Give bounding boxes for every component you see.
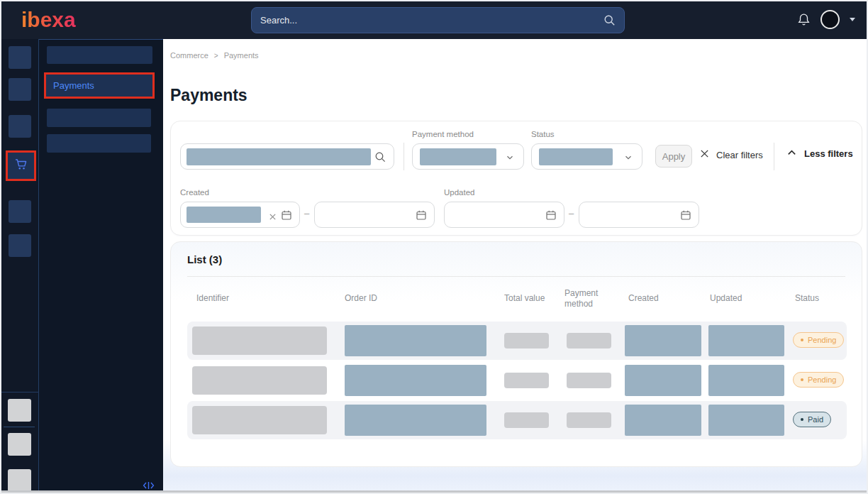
col-payment-method: Payment method — [564, 288, 608, 309]
filter-divider — [774, 143, 774, 170]
col-created: Created — [628, 293, 659, 303]
close-icon — [699, 148, 710, 161]
payments-list-panel: List (3) Identifier Order ID Total value… — [170, 241, 862, 467]
search-icon[interactable] — [603, 14, 616, 26]
global-search[interactable] — [251, 7, 625, 33]
created-from-input[interactable] — [180, 202, 300, 228]
status-select[interactable] — [531, 143, 642, 170]
redacted-created-from-value — [187, 207, 261, 223]
calendar-icon[interactable] — [680, 209, 691, 224]
filter-search-input[interactable] — [180, 143, 394, 170]
rail-item-commerce[interactable] — [6, 150, 36, 181]
rail-bottom-item-2[interactable] — [8, 433, 31, 456]
ibexa-logo[interactable]: ibexa — [21, 8, 76, 32]
redacted-payment-method — [567, 333, 611, 348]
status-label: Status — [531, 130, 555, 138]
rail-item-6[interactable] — [9, 234, 31, 257]
redacted-identifier — [192, 366, 327, 395]
redacted-created — [625, 325, 701, 356]
sidebar-item-payments[interactable]: Payments — [44, 72, 155, 99]
sidebar-item-4[interactable] — [47, 134, 151, 153]
icon-rail — [0, 39, 39, 494]
rail-item-5[interactable] — [9, 200, 31, 223]
breadcrumb-separator: > — [214, 52, 218, 60]
redacted-updated — [708, 325, 784, 356]
range-separator: – — [304, 208, 309, 219]
chevron-up-icon — [786, 148, 797, 159]
search-icon[interactable] — [374, 151, 386, 163]
updated-to-input[interactable] — [579, 202, 699, 228]
list-title: List (3) — [187, 253, 222, 265]
redacted-total-value — [504, 333, 549, 348]
clear-filters-button[interactable]: Clear filters — [699, 148, 763, 161]
redacted-total-value — [504, 373, 549, 388]
apply-button[interactable]: Apply — [655, 145, 692, 168]
calendar-icon[interactable] — [416, 209, 427, 224]
redacted-identifier — [192, 406, 327, 434]
status-label: Paid — [808, 415, 823, 424]
filters-panel: Payment method Status Apply Clear fil — [170, 121, 862, 236]
status-dot-icon — [801, 378, 803, 381]
created-label: Created — [180, 188, 209, 197]
search-input[interactable] — [252, 15, 603, 26]
clear-date-icon[interactable] — [269, 211, 277, 224]
payment-method-label: Payment method — [412, 130, 474, 138]
filter-divider — [404, 143, 404, 170]
payment-method-select[interactable] — [412, 143, 524, 170]
table-header-row: Identifier Order ID Total value Payment … — [171, 286, 862, 313]
redacted-payment-method-value — [420, 148, 496, 165]
table-row[interactable]: Pending — [187, 361, 847, 400]
redacted-created — [625, 365, 701, 396]
sidebar-item-1[interactable] — [47, 46, 152, 64]
horizontal-scrollbar[interactable] — [0, 490, 868, 494]
clear-filters-label: Clear filters — [716, 150, 763, 160]
main-content: Commerce > Payments Payments Payment met… — [163, 39, 868, 494]
user-menu-caret-icon[interactable] — [850, 18, 855, 21]
col-updated: Updated — [710, 293, 742, 303]
status-label: Pending — [808, 336, 836, 344]
status-badge: Paid — [793, 412, 831, 427]
less-filters-toggle[interactable]: Less filters — [786, 148, 853, 159]
calendar-icon[interactable] — [545, 209, 557, 224]
user-avatar[interactable] — [820, 10, 840, 29]
rail-divider-small — [4, 427, 35, 427]
redacted-search-value — [187, 148, 371, 165]
redacted-order-id — [345, 365, 486, 396]
table-row[interactable]: Pending — [187, 322, 847, 360]
col-total-value: Total value — [504, 293, 545, 303]
rail-bottom-item-3[interactable] — [8, 469, 31, 492]
calendar-icon[interactable] — [281, 209, 292, 224]
list-divider — [187, 276, 845, 277]
range-separator: – — [569, 208, 574, 219]
table-row[interactable]: Paid — [187, 401, 847, 439]
col-identifier: Identifier — [196, 293, 229, 303]
redacted-identifier — [192, 326, 327, 355]
secondary-sidebar: Payments — [39, 39, 163, 494]
cart-icon — [13, 157, 28, 175]
redacted-order-id — [345, 325, 486, 356]
sidebar-item-3[interactable] — [47, 109, 151, 127]
rail-divider — [0, 392, 39, 393]
redacted-total-value — [504, 412, 549, 428]
rail-item-1[interactable] — [9, 46, 31, 69]
redacted-created — [625, 405, 701, 436]
chevron-down-icon — [623, 153, 633, 165]
redacted-payment-method — [567, 412, 611, 428]
status-badge: Pending — [793, 372, 844, 388]
sidebar-item-payments-label: Payments — [46, 75, 152, 97]
rail-item-2[interactable] — [9, 78, 31, 101]
notifications-bell-icon[interactable] — [797, 13, 811, 27]
col-status: Status — [795, 293, 819, 303]
breadcrumb-commerce[interactable]: Commerce — [170, 51, 208, 60]
chevron-down-icon — [505, 153, 515, 165]
redacted-order-id — [345, 405, 486, 436]
rail-item-3[interactable] — [9, 115, 31, 138]
status-dot-icon — [801, 339, 803, 341]
created-to-input[interactable] — [314, 202, 435, 228]
breadcrumb-payments[interactable]: Payments — [224, 51, 259, 60]
updated-label: Updated — [444, 188, 474, 197]
sidebar-resize-icon[interactable] — [143, 481, 155, 490]
status-label: Pending — [808, 375, 836, 384]
rail-bottom-item-1[interactable] — [8, 399, 31, 422]
updated-from-input[interactable] — [444, 202, 564, 228]
